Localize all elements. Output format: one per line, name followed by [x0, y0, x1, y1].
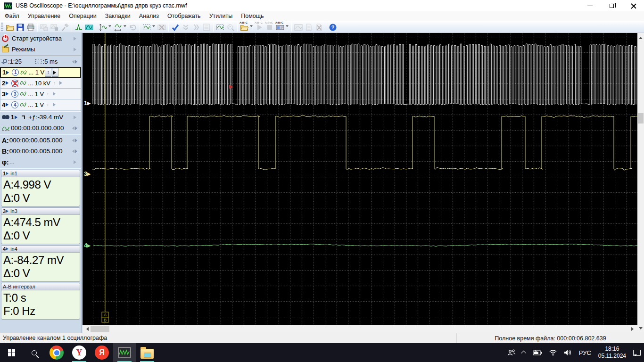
wave-view-mode-button[interactable]: [84, 22, 94, 32]
dropdown-arrow-icon[interactable]: [286, 25, 289, 28]
cursor-a-row[interactable]: A: 000:00:00.005.000: [0, 135, 81, 146]
taskbar-chrome[interactable]: [45, 343, 68, 362]
menu-analysis[interactable]: Анализ: [135, 12, 163, 20]
modes-button[interactable]: Режимы: [0, 44, 81, 55]
print-button[interactable]: [25, 22, 36, 32]
waveform-display[interactable]: 1▸3▸4▸▶ A B: [83, 33, 637, 325]
menu-file[interactable]: Файл: [0, 12, 24, 20]
abc-open-button[interactable]: A:B+C: [239, 22, 254, 32]
restore-button[interactable]: [601, 0, 622, 11]
channel-1-expand-button[interactable]: ↕: [45, 68, 51, 77]
channel-3-menu-button[interactable]: [51, 90, 58, 99]
language-indicator[interactable]: РУС: [576, 343, 594, 362]
apply-button[interactable]: [170, 22, 181, 32]
channel-4-menu-button[interactable]: [51, 100, 58, 109]
channel-row-1[interactable]: 1 1 ... 1 V ↕: [0, 67, 81, 78]
channel-2-expand-button[interactable]: ↕: [51, 79, 58, 88]
fragment-zoom-button[interactable]: [215, 22, 225, 32]
menu-utilities[interactable]: Утилиты: [205, 12, 237, 20]
save-file-button[interactable]: [15, 22, 25, 32]
menu-display[interactable]: Отображать: [163, 12, 205, 20]
vertical-scale-button[interactable]: [98, 22, 113, 32]
phase-row[interactable]: φ: ...: [0, 156, 81, 167]
trigger-level-marker[interactable]: ▶: [229, 83, 233, 89]
cursor-b-steppers[interactable]: [70, 149, 79, 153]
measure-panel-header[interactable]: 4in4: [1, 246, 80, 253]
start-device-button[interactable]: Старт устройства: [0, 33, 81, 44]
channel-row-3[interactable]: 3 3 ... 1 V ↕: [0, 89, 81, 99]
abc-panel-button[interactable]: A:B+C: [275, 22, 290, 32]
dropdown-arrow-icon[interactable]: [124, 25, 126, 28]
toolbar-grip[interactable]: [1, 23, 3, 31]
cursor-b-row[interactable]: B: 000:00:00.005.000: [0, 146, 81, 156]
vertical-scrollbar[interactable]: [637, 33, 644, 333]
timebase-steppers[interactable]: [70, 60, 79, 64]
close-button[interactable]: [622, 0, 644, 11]
dropdown-arrow-icon[interactable]: [152, 25, 155, 28]
tray-overflow-chevron[interactable]: [519, 343, 529, 362]
menu-control[interactable]: Управление: [24, 12, 65, 20]
channel-1-menu-button[interactable]: [52, 68, 58, 77]
title-bar: USB Oscilloscope - E:\осциллограммы\дпкв…: [0, 0, 644, 11]
scroll-up-button[interactable]: [637, 33, 644, 41]
undo-button: [128, 22, 138, 32]
dropdown-arrow-icon[interactable]: [108, 25, 111, 28]
wifi-icon[interactable]: [545, 343, 561, 362]
save-waveform-button: [50, 22, 60, 32]
dropdown-arrow-icon[interactable]: [250, 25, 253, 28]
people-icon[interactable]: [504, 343, 519, 362]
timebase-icon: ↔: [35, 59, 41, 64]
taskbar-oscilloscope[interactable]: [113, 343, 136, 362]
scroll-left-button[interactable]: [83, 325, 91, 333]
minimize-button[interactable]: [579, 0, 601, 11]
measure-panel-header[interactable]: A-B интервал: [1, 283, 80, 290]
help-button[interactable]: ?: [328, 22, 338, 32]
channel-row-4[interactable]: 4 4 ... 1 V ↕: [0, 99, 81, 110]
cursor-a-flag[interactable]: A: [102, 312, 108, 317]
horizontal-scale-button[interactable]: [113, 22, 128, 32]
taskbar-yandex-browser[interactable]: Y: [68, 343, 91, 362]
channel-1-scale: ... 1 V: [28, 69, 44, 76]
channel-row-2[interactable]: 2 2 ... 10 kV ↕: [0, 78, 81, 89]
channel-1-zero-marker[interactable]: 1▸: [84, 99, 91, 107]
vertical-scroll-thumb[interactable]: [638, 113, 644, 123]
report-doc-button: [304, 22, 314, 32]
scroll-right-button[interactable]: [629, 325, 637, 333]
impulse-mode-button[interactable]: [74, 22, 84, 32]
menu-help[interactable]: Помощь: [237, 12, 268, 20]
measure-panel-header[interactable]: 1in1: [1, 170, 80, 177]
scroll-down-button[interactable]: [637, 325, 644, 333]
position-steppers[interactable]: [70, 126, 79, 130]
horizontal-scroll-thumb[interactable]: [91, 326, 109, 332]
channel-3-expand-button[interactable]: ↕: [44, 90, 51, 99]
channel-2-menu-button[interactable]: [58, 79, 65, 88]
cursor-b-value: 000:00:00.005.000: [9, 148, 63, 155]
zoom-timebase-row[interactable]: :1:25 ↔ :5 ms: [0, 56, 81, 67]
taskbar-explorer[interactable]: [136, 343, 158, 362]
volume-icon[interactable]: [561, 343, 576, 362]
notification-center-button[interactable]: [630, 343, 644, 362]
select-fragment-button[interactable]: [141, 22, 157, 32]
timebase-value: 5 ms: [44, 58, 58, 65]
taskbar-clock[interactable]: 18:16 05.11.2024: [594, 346, 630, 360]
abc-badge: A:B+C: [275, 21, 283, 24]
battery-icon[interactable]: [529, 343, 545, 362]
taskbar-yandex[interactable]: Я: [91, 343, 113, 362]
measure-panel-in1: 1in1 A:4.998 V Δ:0 V: [1, 170, 80, 206]
menu-bookmarks[interactable]: Закладки: [101, 12, 135, 20]
start-button[interactable]: [0, 343, 23, 362]
trigger-row[interactable]: 1 +ƒ:-39.4 mV: [0, 112, 81, 123]
menu-operations[interactable]: Операции: [65, 12, 100, 20]
measure-panel-header[interactable]: 3in3: [1, 208, 80, 215]
channel-3-zero-marker[interactable]: 3▸: [84, 170, 91, 177]
cursor-a-steppers[interactable]: [70, 139, 79, 142]
channel-4-zero-marker[interactable]: 4▸: [84, 242, 91, 249]
apply-next-button: [191, 22, 201, 32]
cursor-b-flag[interactable]: B: [102, 317, 108, 322]
horizontal-scrollbar[interactable]: [83, 325, 637, 333]
chevron-right-icon: [74, 115, 78, 119]
taskbar-search-button[interactable]: [23, 343, 45, 362]
channel-4-expand-button[interactable]: ↕: [44, 100, 51, 109]
open-file-button[interactable]: [5, 22, 15, 32]
position-row[interactable]: 000:00:00.000.000: [0, 123, 81, 133]
